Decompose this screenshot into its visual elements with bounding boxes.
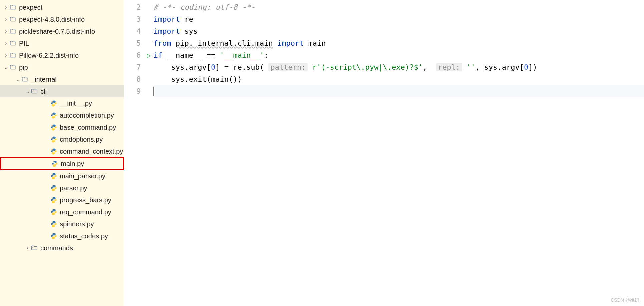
- python-file-icon: [50, 208, 57, 216]
- code-comment: # -*- coding: utf-8 -*-: [153, 3, 255, 11]
- tree-item-label: main.py: [61, 160, 84, 168]
- tree-item-label: pip: [19, 64, 28, 71]
- tree-item-autocompletion-py[interactable]: autocompletion.py: [0, 109, 124, 121]
- tree-item-label: pickleshare-0.7.5.dist-info: [19, 28, 95, 35]
- tree-item-label: status_codes.py: [60, 232, 108, 240]
- python-file-icon: [50, 232, 57, 240]
- folder-icon: [31, 88, 38, 95]
- app-root: ›pexpect›pexpect-4.8.0.dist-info›pickles…: [0, 0, 644, 306]
- svg-point-3: [22, 79, 23, 79]
- file-tree-pane[interactable]: ›pexpect›pexpect-4.8.0.dist-info›pickles…: [0, 0, 124, 306]
- code-line: sys.argv[0] = re.sub( pattern: r'(-scrip…: [153, 61, 644, 73]
- tree-item-label: pexpect: [19, 4, 42, 11]
- folder-icon: [9, 52, 17, 59]
- tree-item-label: command_context.py: [60, 148, 123, 155]
- text-cursor: [153, 87, 154, 96]
- gutter-line[interactable]: 6▷: [124, 49, 153, 61]
- svg-point-5: [32, 247, 32, 248]
- folder-icon: [9, 28, 17, 35]
- tree-item-pil[interactable]: ›PIL: [0, 37, 124, 49]
- chevron-down-icon[interactable]: ⌄: [15, 76, 21, 83]
- param-hint: pattern:: [268, 63, 308, 71]
- tree-item-label: base_command.py: [60, 124, 116, 131]
- editor-gutter[interactable]: 23456▷789: [124, 0, 153, 306]
- tree-item--internal[interactable]: ⌄_internal: [0, 73, 124, 85]
- line-number: 3: [136, 15, 141, 23]
- python-file-icon: [50, 136, 57, 143]
- line-number: 4: [136, 27, 141, 35]
- run-gutter-icon[interactable]: ▷: [147, 49, 151, 61]
- folder-icon: [21, 76, 29, 83]
- tree-item-base-command-py[interactable]: base_command.py: [0, 121, 124, 133]
- chevron-right-icon[interactable]: ›: [3, 28, 9, 34]
- folder-icon: [9, 40, 17, 47]
- tree-item-label: autocompletion.py: [60, 112, 114, 119]
- tree-item-label: cmdoptions.py: [60, 136, 103, 143]
- python-file-icon: [50, 172, 57, 180]
- tree-item-pexpect[interactable]: ›pexpect: [0, 1, 124, 13]
- line-number: 2: [136, 3, 141, 11]
- tree-item-main-py[interactable]: main.py: [0, 157, 124, 170]
- python-file-icon: [50, 100, 57, 107]
- python-file-icon: [50, 184, 57, 192]
- tree-item-commands[interactable]: ›commands: [0, 242, 124, 254]
- line-number: 6: [136, 51, 141, 59]
- chevron-right-icon[interactable]: ›: [3, 16, 9, 22]
- tree-item-command-context-py[interactable]: command_context.py: [0, 145, 124, 157]
- gutter-line[interactable]: 9: [124, 85, 153, 97]
- chevron-right-icon[interactable]: ›: [3, 4, 9, 10]
- svg-point-4: [32, 91, 32, 91]
- tree-item-label: req_command.py: [60, 208, 111, 216]
- chevron-right-icon[interactable]: ›: [3, 52, 9, 58]
- python-file-icon: [51, 160, 58, 167]
- gutter-line[interactable]: 8: [124, 73, 153, 85]
- tree-item-label: progress_bars.py: [60, 196, 111, 204]
- code-line: if __name__ == '__main__':: [153, 49, 644, 61]
- folder-icon: [9, 16, 17, 23]
- folder-icon: [9, 4, 17, 11]
- tree-item-label: spinners.py: [60, 220, 94, 228]
- tree-item-cmdoptions-py[interactable]: cmdoptions.py: [0, 133, 124, 145]
- tree-item-label: pexpect-4.8.0.dist-info: [19, 16, 85, 23]
- code-line: # -*- coding: utf-8 -*-: [153, 1, 644, 13]
- line-number: 8: [136, 75, 141, 83]
- line-number: 7: [136, 63, 141, 71]
- tree-item-label: main_parser.py: [60, 172, 105, 180]
- tree-item-progress-bars-py[interactable]: progress_bars.py: [0, 194, 124, 206]
- folder-icon: [9, 64, 17, 71]
- tree-item-req-command-py[interactable]: req_command.py: [0, 206, 124, 218]
- tree-item-status-codes-py[interactable]: status_codes.py: [0, 230, 124, 242]
- chevron-right-icon[interactable]: ›: [3, 40, 9, 46]
- editor-pane: 23456▷789 # -*- coding: utf-8 -*- import…: [124, 0, 644, 306]
- chevron-right-icon[interactable]: ›: [24, 245, 31, 251]
- chevron-down-icon[interactable]: ⌄: [3, 64, 9, 71]
- tree-item-label: Pillow-6.2.2.dist-info: [19, 52, 79, 59]
- editor-code[interactable]: # -*- coding: utf-8 -*- import re import…: [153, 0, 644, 306]
- tree-item-pip[interactable]: ⌄pip: [0, 61, 124, 73]
- gutter-line[interactable]: 4: [124, 25, 153, 37]
- tree-item-pexpect-4-8-0-dist-info[interactable]: ›pexpect-4.8.0.dist-info: [0, 13, 124, 25]
- tree-item-pickleshare-0-7-5-dist-info[interactable]: ›pickleshare-0.7.5.dist-info: [0, 25, 124, 37]
- python-file-icon: [50, 196, 57, 204]
- tree-item-spinners-py[interactable]: spinners.py: [0, 218, 124, 230]
- tree-item--init-py[interactable]: __init__.py: [0, 97, 124, 109]
- python-file-icon: [50, 124, 57, 131]
- code-line: from pip._internal.cli.main import main: [153, 37, 644, 49]
- python-file-icon: [50, 112, 57, 119]
- tree-item-label: commands: [40, 244, 73, 252]
- tree-item-pillow-6-2-2-dist-info[interactable]: ›Pillow-6.2.2.dist-info: [0, 49, 124, 61]
- gutter-line[interactable]: 3: [124, 13, 153, 25]
- gutter-line[interactable]: 7: [124, 61, 153, 73]
- python-file-icon: [50, 220, 57, 228]
- svg-point-0: [10, 7, 11, 7]
- code-line: sys.exit(main()): [153, 73, 644, 85]
- tree-item-main-parser-py[interactable]: main_parser.py: [0, 170, 124, 182]
- tree-item-label: __init__.py: [60, 100, 92, 107]
- tree-item-cli[interactable]: ⌄cli: [0, 85, 124, 97]
- chevron-down-icon[interactable]: ⌄: [24, 88, 31, 95]
- python-file-icon: [50, 148, 57, 155]
- tree-item-parser-py[interactable]: parser.py: [0, 182, 124, 194]
- gutter-line[interactable]: 5: [124, 37, 153, 49]
- folder-icon: [31, 244, 38, 252]
- gutter-line[interactable]: 2: [124, 1, 153, 13]
